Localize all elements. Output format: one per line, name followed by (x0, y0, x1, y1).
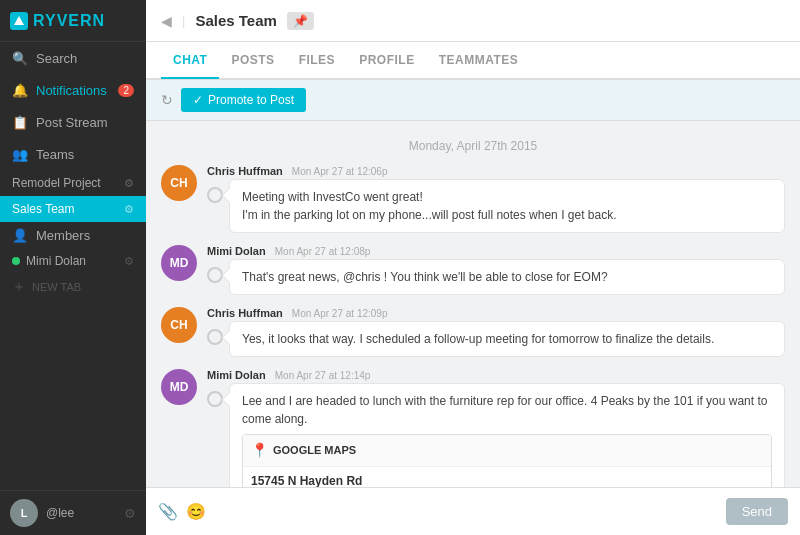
map-address: 15745 N Hayden Rd (251, 472, 763, 487)
members-label: Members (36, 228, 90, 243)
promote-label: Promote to Post (208, 93, 294, 107)
chat-input[interactable] (214, 504, 718, 519)
member-name: Mimi Dolan (26, 254, 86, 268)
sidebar-team-remodel[interactable]: Remodel Project ⚙ (0, 170, 146, 196)
promote-button[interactable]: ✓ Promote to Post (181, 88, 306, 112)
team-sales-settings-icon: ⚙ (124, 203, 134, 216)
team-remodel-label: Remodel Project (12, 176, 101, 190)
tab-files[interactable]: FILES (287, 43, 348, 79)
sender-name: Mimi Dolan (207, 369, 266, 381)
notifications-label: Notifications (36, 83, 107, 98)
tab-chat[interactable]: CHAT (161, 43, 219, 79)
sender-name: Chris Huffman (207, 307, 283, 319)
logo-text: RYVERN (33, 12, 105, 30)
teams-icon: 👥 (12, 146, 28, 162)
team-remodel-settings-icon: ⚙ (124, 177, 134, 190)
message-row: CH Chris Huffman Mon Apr 27 at 12:09p Ye… (161, 307, 785, 357)
message-bubble: Meeting with InvestCo went great!I'm in … (229, 179, 785, 233)
current-user-name: @lee (46, 506, 116, 520)
sender-name: Chris Huffman (207, 165, 283, 177)
header-divider: | (182, 13, 185, 28)
settings-icon[interactable]: ⚙ (124, 506, 136, 521)
send-button[interactable]: Send (726, 498, 788, 525)
svg-marker-0 (14, 16, 24, 25)
member-settings-icon: ⚙ (124, 255, 134, 268)
sidebar-member-mimi[interactable]: Mimi Dolan ⚙ (0, 249, 146, 273)
team-sales-label: Sales Team (12, 202, 74, 216)
message-row: MD Mimi Dolan Mon Apr 27 at 12:14p Lee a… (161, 369, 785, 487)
plus-icon: ＋ (12, 278, 26, 296)
sidebar-item-teams[interactable]: 👥 Teams (0, 138, 146, 170)
map-message-text: Lee and I are headed to lunch with the f… (242, 394, 767, 426)
main-header: ◀ | Sales Team 📌 (146, 0, 800, 42)
message-bubble-map: Lee and I are headed to lunch with the f… (229, 383, 785, 487)
current-user-avatar: L (10, 499, 38, 527)
message-row: CH Chris Huffman Mon Apr 27 at 12:06p Me… (161, 165, 785, 233)
pin-button[interactable]: 📌 (287, 12, 314, 30)
maps-pin-icon: 📍 (251, 440, 268, 461)
sidebar-members-section[interactable]: 👤 Members (0, 222, 146, 249)
bell-icon: 🔔 (12, 82, 28, 98)
avatar: CH (161, 165, 197, 201)
sidebar-team-sales[interactable]: Sales Team ⚙ (0, 196, 146, 222)
search-label: Search (36, 51, 77, 66)
sidebar-bottom: L @lee ⚙ (0, 490, 146, 535)
message-row: MD Mimi Dolan Mon Apr 27 at 12:08p That'… (161, 245, 785, 295)
tab-profile[interactable]: PROFILE (347, 43, 427, 79)
sidebar-item-search[interactable]: 🔍 Search (0, 42, 146, 74)
stream-icon: 📋 (12, 114, 28, 130)
sidebar-item-post-stream[interactable]: 📋 Post Stream (0, 106, 146, 138)
tab-posts[interactable]: POSTS (219, 43, 286, 79)
app-logo: RYVERN (0, 0, 146, 42)
attachment-button[interactable]: 📎 (158, 502, 178, 521)
online-indicator (12, 257, 20, 265)
refresh-button[interactable]: ↻ (161, 92, 173, 108)
checkmark-icon: ✓ (193, 93, 203, 107)
members-icon: 👤 (12, 228, 28, 243)
map-embed: 📍 GOOGLE MAPS 15745 N Hayden Rd View lar… (242, 434, 772, 487)
chat-toolbar: ↻ ✓ Promote to Post (146, 80, 800, 121)
message-bubble: Yes, it looks that way. I scheduled a fo… (229, 321, 785, 357)
message-bubble: That's great news, @chris ! You think we… (229, 259, 785, 295)
back-button[interactable]: ◀ (161, 13, 172, 29)
search-icon: 🔍 (12, 50, 28, 66)
post-stream-label: Post Stream (36, 115, 108, 130)
main-content: ◀ | Sales Team 📌 CHAT POSTS FILES PROFIL… (146, 0, 800, 535)
maps-label: GOOGLE MAPS (273, 442, 356, 459)
sender-name: Mimi Dolan (207, 245, 266, 257)
date-divider: Monday, April 27th 2015 (161, 139, 785, 153)
sidebar-item-notifications[interactable]: 🔔 Notifications 2 (0, 74, 146, 106)
avatar: MD (161, 369, 197, 405)
tabs-bar: CHAT POSTS FILES PROFILE TEAMMATES (146, 42, 800, 80)
message-time: Mon Apr 27 at 12:09p (292, 308, 388, 319)
sidebar-new-tab[interactable]: ＋ NEW TAB (0, 273, 146, 301)
logo-icon (10, 12, 28, 30)
emoji-button[interactable]: 😊 (186, 502, 206, 521)
avatar: CH (161, 307, 197, 343)
notifications-badge: 2 (118, 84, 134, 97)
new-tab-label: NEW TAB (32, 281, 81, 293)
avatar: MD (161, 245, 197, 281)
chat-input-area: 📎 😊 Send (146, 487, 800, 535)
message-time: Mon Apr 27 at 12:14p (275, 370, 371, 381)
tab-teammates[interactable]: TEAMMATES (427, 43, 531, 79)
message-time: Mon Apr 27 at 12:08p (275, 246, 371, 257)
messages-area: Monday, April 27th 2015 CH Chris Huffman… (146, 121, 800, 487)
message-time: Mon Apr 27 at 12:06p (292, 166, 388, 177)
sidebar: RYVERN 🔍 Search 🔔 Notifications 2 📋 Post… (0, 0, 146, 535)
page-title: Sales Team (195, 12, 276, 29)
teams-label: Teams (36, 147, 74, 162)
